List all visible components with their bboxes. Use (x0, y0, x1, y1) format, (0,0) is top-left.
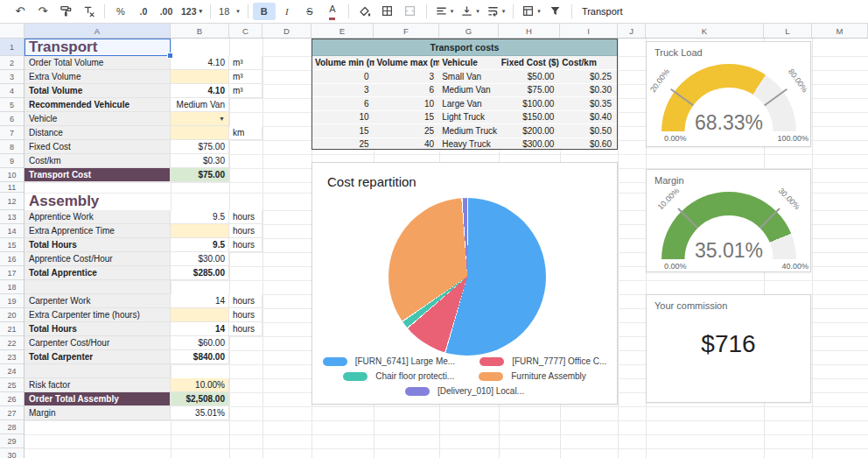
table-cell[interactable]: 0 (312, 70, 374, 84)
cell-value-row-27[interactable]: 35.01% (171, 406, 229, 420)
table-header-cell[interactable]: Volume min (m³) (312, 56, 374, 70)
row-header-25[interactable]: 25 (0, 378, 24, 392)
format-percent-button[interactable]: % (109, 3, 132, 20)
vertical-align-button[interactable]: ▾ (457, 3, 483, 20)
row-header-28[interactable]: 28 (0, 420, 24, 434)
table-cell[interactable]: 10 (312, 111, 374, 125)
select-all-corner[interactable] (0, 23, 24, 39)
table-cell[interactable]: $100.00 (499, 97, 560, 111)
cell-unit-row-2[interactable]: m³ (229, 56, 262, 70)
row-header-5[interactable]: 5 (0, 98, 24, 112)
column-header-F[interactable]: F (374, 23, 439, 39)
cell-label-row-21[interactable]: Total Hours (24, 322, 171, 336)
table-cell[interactable]: 25 (374, 124, 440, 138)
column-header-K[interactable]: K (646, 23, 764, 39)
table-cell[interactable]: 6 (312, 97, 374, 111)
cell-value-row-13[interactable]: 9.5 (171, 210, 229, 224)
cell-value-row-22[interactable]: $60.00 (171, 336, 229, 350)
cell-label-row-13[interactable]: Apprentice Work (24, 210, 171, 224)
borders-button[interactable] (376, 3, 399, 20)
merge-cells-button[interactable] (399, 3, 422, 20)
horizontal-align-button[interactable]: ▾ (431, 3, 458, 20)
row-header-18[interactable]: 18 (0, 280, 24, 294)
table-cell[interactable]: Medium Van (439, 84, 499, 98)
table-cell[interactable]: $0.30 (559, 84, 617, 98)
column-header-B[interactable]: B (171, 23, 229, 39)
undo-button[interactable]: ↶ (9, 3, 32, 20)
font-size-selector[interactable]: 18 ▾ (215, 3, 243, 20)
cell-label-row-10[interactable]: Transport Cost (24, 168, 171, 182)
table-header-cell[interactable]: Cost/km (559, 56, 617, 70)
table-cell[interactable]: $0.25 (559, 70, 617, 84)
cell-label-row-6[interactable]: Vehicle (24, 112, 171, 126)
column-header-L[interactable]: L (764, 23, 812, 39)
row-header-23[interactable]: 23 (0, 350, 24, 364)
row-header-15[interactable]: 15 (0, 238, 24, 252)
table-cell[interactable]: Light Truck (439, 111, 499, 125)
table-cell[interactable]: 15 (312, 124, 374, 138)
column-header-D[interactable]: D (262, 23, 312, 39)
table-cell[interactable]: Small Van (439, 70, 499, 84)
cell-label-row-2[interactable]: Order Total Volume (24, 56, 171, 70)
legend-item[interactable]: [Delivery_010] Local... (405, 386, 524, 396)
cell-label-row-20[interactable]: Extra Carpenter time (hours) (24, 308, 171, 322)
column-header-I[interactable]: I (560, 23, 618, 39)
cell-label-row-25[interactable]: Risk factor (24, 378, 171, 392)
table-header-cell[interactable]: Volume max (m³) (374, 56, 440, 70)
row-header-7[interactable]: 7 (0, 126, 24, 140)
table-header-cell[interactable]: Vehicule (439, 56, 499, 70)
legend-item[interactable]: Chair floor protecti... (343, 371, 454, 381)
pie-chart-card[interactable]: Cost repartition [FURN_6741] Large Me...… (312, 162, 618, 405)
text-wrap-button[interactable]: ▾ (483, 3, 509, 20)
cell-label-row-22[interactable]: Carpenter Cost/Hour (24, 336, 171, 350)
column-header-H[interactable]: H (499, 23, 560, 39)
cell-value-row-19[interactable]: 14 (171, 294, 229, 308)
cell-label-row-7[interactable]: Distance (24, 126, 171, 140)
table-cell[interactable]: $150.00 (499, 111, 560, 125)
cell-value-row-25[interactable]: 10.00% (171, 378, 229, 392)
clear-formatting-button[interactable] (77, 3, 100, 20)
row-header-20[interactable]: 20 (0, 308, 24, 322)
cell-value-row-7[interactable] (171, 126, 229, 140)
cell-label-row-15[interactable]: Total Hours (24, 238, 171, 252)
cell-label-row-9[interactable]: Cost/km (24, 154, 171, 168)
spacer-cell[interactable] (24, 364, 171, 378)
table-cell[interactable]: $200.00 (499, 124, 560, 138)
dropdown-arrow-icon[interactable]: ▼ (219, 116, 225, 122)
cell-label-row-5[interactable]: Recommended Vehicule (24, 98, 171, 112)
cell-unit-row-21[interactable]: hours (229, 322, 262, 336)
cell-value-row-4[interactable]: 4.10 (171, 84, 229, 98)
row-header-30[interactable]: 30 (0, 448, 24, 458)
strikethrough-button[interactable]: S (298, 3, 321, 20)
row-header-16[interactable]: 16 (0, 252, 24, 266)
cell-label-row-14[interactable]: Extra Apprentice Time (24, 224, 171, 238)
cell-value-row-16[interactable]: $30.00 (171, 252, 229, 266)
truck-load-gauge-card[interactable]: Truck Load 20.00%80.00%68.33%0.00%100.00… (646, 41, 811, 147)
section-title-assembly[interactable]: Assembly (24, 193, 171, 210)
cell-value-row-26[interactable]: $2,508.00 (171, 392, 229, 406)
cell-value-row-14[interactable] (171, 224, 229, 238)
row-header-29[interactable]: 29 (0, 434, 24, 448)
table-cell[interactable]: 25 (312, 138, 374, 152)
row-header-10[interactable]: 10 (0, 168, 24, 182)
cell-label-row-27[interactable]: Margin (24, 406, 171, 420)
table-cell[interactable]: 3 (374, 70, 440, 84)
column-header-C[interactable]: C (229, 23, 262, 39)
cell-label-row-26[interactable]: Order Total Assembly (24, 392, 171, 406)
row-header-8[interactable]: 8 (0, 140, 24, 154)
paint-format-button[interactable] (54, 3, 77, 20)
row-header-17[interactable]: 17 (0, 266, 24, 280)
table-cell[interactable]: 6 (374, 84, 440, 98)
margin-gauge-card[interactable]: Margin 10.00%30.00%35.01%0.00%40.00% (646, 169, 811, 272)
row-header-6[interactable]: 6 (0, 112, 24, 126)
cell-unit-row-14[interactable]: hours (229, 224, 262, 238)
cell-value-row-23[interactable]: $840.00 (171, 350, 229, 364)
cell-unit-row-19[interactable]: hours (229, 294, 262, 308)
cell-label-row-4[interactable]: Total Volume (24, 84, 171, 98)
redo-button[interactable]: ↷ (32, 3, 54, 20)
table-cell[interactable]: $0.35 (559, 97, 617, 111)
spacer-cell[interactable] (24, 280, 171, 294)
bold-button[interactable]: B (253, 3, 276, 20)
table-cell[interactable]: $300.00 (499, 138, 560, 152)
row-header-14[interactable]: 14 (0, 224, 24, 238)
